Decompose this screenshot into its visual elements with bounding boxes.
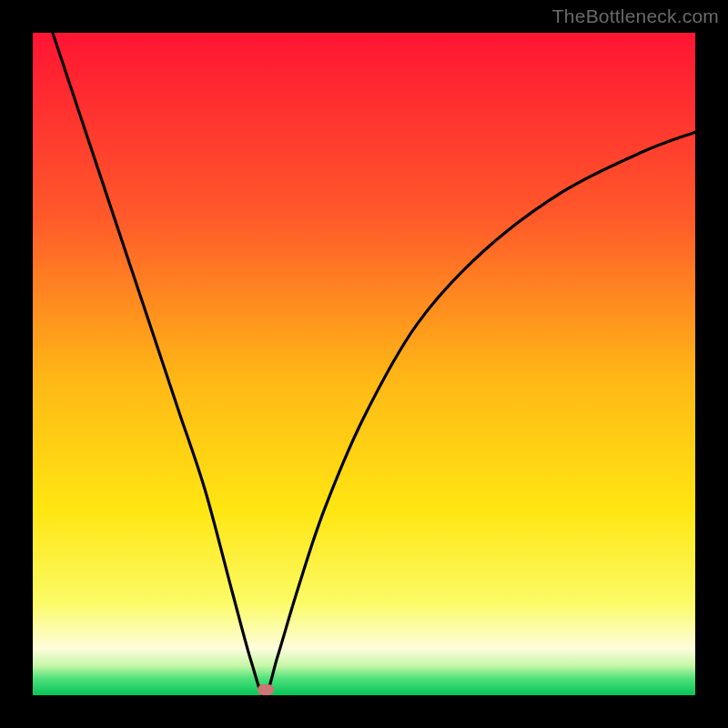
plot-area xyxy=(33,33,695,695)
bottleneck-curve xyxy=(33,33,695,695)
watermark-text: TheBottleneck.com xyxy=(552,5,719,27)
minimum-marker xyxy=(258,684,274,695)
